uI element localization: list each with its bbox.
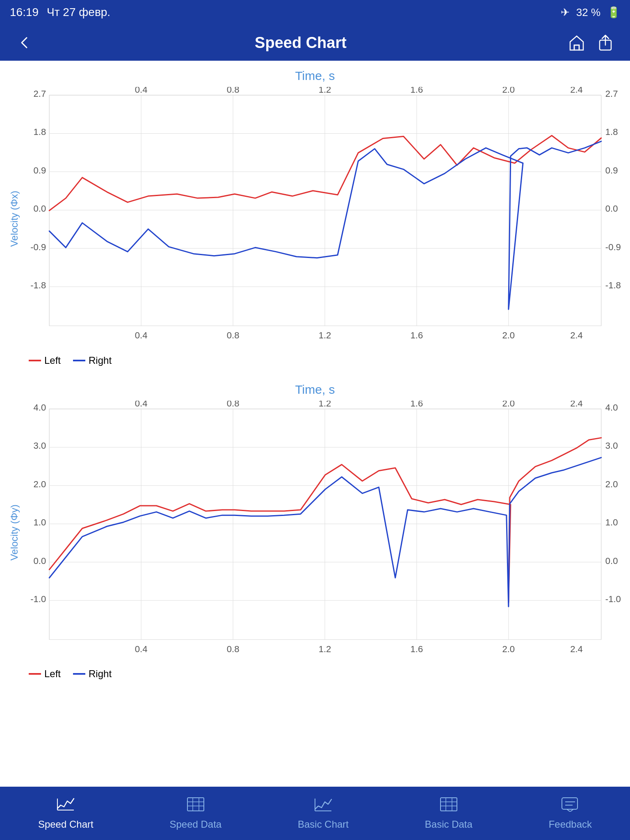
- svg-text:0.4: 0.4: [135, 87, 148, 95]
- svg-text:2.0: 2.0: [502, 401, 515, 409]
- chart2-svg: 4.0 3.0 2.0 1.0 0.0 -1.0 4.0 3.0 2.0 1.0…: [25, 401, 626, 664]
- svg-text:0.8: 0.8: [227, 87, 240, 95]
- chart1-area: Velocity (Φx): [4, 87, 626, 351]
- svg-text:1.8: 1.8: [34, 127, 46, 137]
- legend-right-2: Right: [73, 668, 112, 680]
- chart-2: Time, s Velocity (Φy): [4, 383, 626, 684]
- page-title: Speed Chart: [37, 34, 564, 52]
- tab-feedback[interactable]: Feedback: [541, 793, 600, 834]
- svg-text:2.7: 2.7: [34, 89, 46, 99]
- status-bar: 16:19 Чт 27 февр. ✈ 32 % 🔋: [0, 0, 630, 25]
- tab-speed-chart[interactable]: Speed Chart: [30, 793, 102, 834]
- chart2-ylabel: Velocity (Φy): [4, 401, 25, 664]
- svg-text:2.0: 2.0: [502, 87, 515, 95]
- svg-text:3.0: 3.0: [34, 441, 46, 451]
- legend-left-1: Left: [29, 355, 61, 366]
- svg-text:-1.8: -1.8: [30, 280, 46, 290]
- svg-text:1.2: 1.2: [319, 401, 331, 409]
- tab-speed-data[interactable]: Speed Data: [161, 793, 230, 834]
- chart-1: Time, s Velocity (Φx): [4, 69, 626, 370]
- status-date: Чт 27 февр.: [47, 6, 110, 19]
- svg-text:0.8: 0.8: [227, 330, 240, 340]
- tab-bar: Speed Chart Speed Data Basic Chart: [0, 787, 630, 840]
- svg-rect-82: [187, 798, 204, 811]
- svg-text:0.4: 0.4: [135, 330, 148, 340]
- legend-right-1: Right: [73, 355, 112, 366]
- chart2-title: Time, s: [4, 383, 626, 397]
- chart1-svg: 2.7 1.8 0.9 0.0 -0.9 -1.8 2.7 1.8 0.9 0.…: [25, 87, 626, 351]
- share-button[interactable]: [593, 30, 618, 55]
- legend-color-left-1: [29, 360, 41, 361]
- svg-text:0.4: 0.4: [135, 644, 148, 654]
- svg-text:0.9: 0.9: [34, 165, 46, 176]
- svg-text:1.0: 1.0: [34, 517, 46, 527]
- svg-rect-89: [441, 798, 457, 811]
- speed-data-icon: [187, 797, 205, 815]
- svg-text:-1.8: -1.8: [605, 280, 621, 290]
- battery-icon: 🔋: [607, 6, 620, 19]
- svg-text:-1.0: -1.0: [605, 594, 621, 604]
- chart2-wrapper: 4.0 3.0 2.0 1.0 0.0 -1.0 4.0 3.0 2.0 1.0…: [25, 401, 626, 664]
- svg-text:4.0: 4.0: [605, 402, 618, 413]
- svg-text:0.9: 0.9: [605, 165, 618, 176]
- basic-data-icon: [440, 797, 458, 815]
- svg-text:3.0: 3.0: [605, 441, 618, 451]
- svg-text:1.2: 1.2: [319, 87, 331, 95]
- svg-text:2.0: 2.0: [34, 479, 46, 489]
- chart2-legend: Left Right: [4, 664, 626, 684]
- svg-text:0.8: 0.8: [227, 401, 240, 409]
- svg-text:2.7: 2.7: [605, 89, 618, 99]
- svg-rect-94: [562, 798, 578, 809]
- tab-basic-data[interactable]: Basic Data: [417, 793, 481, 834]
- svg-rect-41: [49, 409, 601, 639]
- svg-text:1.2: 1.2: [319, 644, 331, 654]
- svg-text:1.6: 1.6: [411, 401, 423, 409]
- legend-label-right-1: Right: [89, 355, 112, 366]
- svg-text:0.0: 0.0: [34, 555, 46, 566]
- svg-text:1.8: 1.8: [605, 127, 618, 137]
- svg-text:1.0: 1.0: [605, 517, 618, 527]
- svg-text:1.6: 1.6: [411, 644, 423, 654]
- main-content: Time, s Velocity (Φx): [0, 61, 630, 787]
- legend-color-right-1: [73, 360, 85, 361]
- tab-basic-chart[interactable]: Basic Chart: [290, 793, 357, 834]
- legend-label-right-2: Right: [89, 668, 112, 680]
- svg-text:0.8: 0.8: [227, 644, 240, 654]
- svg-text:1.6: 1.6: [411, 87, 423, 95]
- svg-text:4.0: 4.0: [34, 402, 46, 413]
- feedback-icon: [561, 797, 579, 815]
- svg-text:2.4: 2.4: [570, 330, 583, 340]
- home-button[interactable]: [564, 30, 589, 55]
- svg-text:2.0: 2.0: [605, 479, 618, 489]
- battery-level: 32 %: [576, 6, 600, 19]
- legend-label-left-2: Left: [44, 668, 61, 680]
- tab-speed-chart-label: Speed Chart: [38, 819, 94, 830]
- svg-text:1.6: 1.6: [411, 330, 423, 340]
- legend-label-left-1: Left: [44, 355, 61, 366]
- svg-text:2.0: 2.0: [502, 330, 515, 340]
- svg-text:2.0: 2.0: [502, 644, 515, 654]
- svg-text:-0.9: -0.9: [30, 242, 46, 252]
- back-button[interactable]: [12, 30, 37, 55]
- status-time: 16:19: [10, 6, 39, 19]
- svg-text:-0.9: -0.9: [605, 242, 621, 252]
- tab-feedback-label: Feedback: [549, 819, 592, 830]
- svg-text:1.2: 1.2: [319, 330, 331, 340]
- speed-chart-icon: [57, 797, 75, 815]
- chart2-area: Velocity (Φy): [4, 401, 626, 664]
- svg-text:2.4: 2.4: [570, 87, 583, 95]
- nav-bar: Speed Chart: [0, 25, 630, 61]
- svg-text:-1.0: -1.0: [30, 594, 46, 604]
- chart1-ylabel: Velocity (Φx): [4, 87, 25, 351]
- svg-text:2.4: 2.4: [570, 644, 583, 654]
- tab-speed-data-label: Speed Data: [169, 819, 221, 830]
- svg-rect-0: [574, 45, 579, 50]
- basic-chart-icon: [314, 797, 332, 815]
- tab-basic-data-label: Basic Data: [425, 819, 472, 830]
- svg-text:0.0: 0.0: [605, 555, 618, 566]
- status-right: ✈ 32 % 🔋: [561, 6, 620, 19]
- svg-text:2.4: 2.4: [570, 401, 583, 409]
- svg-text:0.0: 0.0: [34, 203, 46, 214]
- nav-actions: [564, 30, 618, 55]
- chart1-wrapper: 2.7 1.8 0.9 0.0 -0.9 -1.8 2.7 1.8 0.9 0.…: [25, 87, 626, 351]
